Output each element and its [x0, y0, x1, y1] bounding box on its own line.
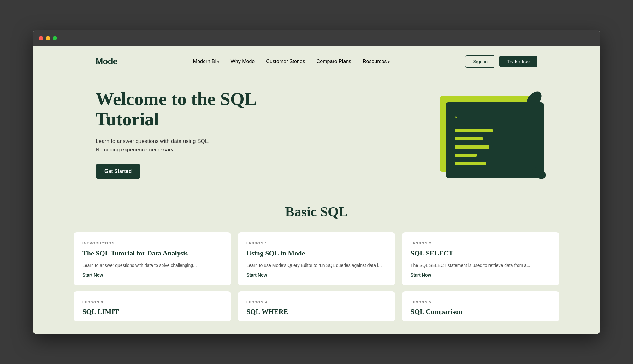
card-title-lesson3: SQL LIMIT	[82, 307, 222, 316]
nav-item-compare-plans[interactable]: Compare Plans	[316, 59, 351, 64]
card-title-lesson5: SQL Comparison	[411, 307, 551, 316]
card-label-lesson1: LESSON 1	[246, 241, 387, 245]
nav-item-why-mode[interactable]: Why Mode	[231, 59, 255, 64]
chart-bar-3	[455, 145, 489, 149]
code-illustration: *	[446, 102, 544, 178]
section-title: Basic SQL	[74, 204, 559, 220]
signin-button[interactable]: Sign in	[465, 55, 495, 68]
chart-bar-5	[455, 162, 486, 165]
card-desc-introduction: Learn to answer questions with data to s…	[82, 262, 222, 269]
leaf-icon-bottom	[531, 165, 547, 181]
nav-item-resources[interactable]: Resources	[363, 59, 390, 64]
svg-point-1	[531, 166, 547, 181]
browser-window: Mode Modern BI Why Mode Customer Stories…	[33, 30, 600, 334]
nav-actions: Sign in Try for free	[465, 55, 537, 68]
card-title-lesson4: SQL WHERE	[246, 307, 387, 316]
card-introduction: INTRODUCTION The SQL Tutorial for Data A…	[74, 232, 231, 285]
card-link-lesson2[interactable]: Start Now	[411, 273, 551, 278]
card-lesson4: LESSON 4 SQL WHERE	[238, 291, 395, 321]
lesson-cards-row1: INTRODUCTION The SQL Tutorial for Data A…	[74, 232, 559, 285]
hero-text: Welcome to the SQL Tutorial Learn to ans…	[96, 89, 266, 179]
card-label-lesson2: LESSON 2	[411, 241, 551, 245]
nav-links: Modern BI Why Mode Customer Stories Comp…	[193, 59, 390, 64]
section-title-container: Basic SQL	[74, 197, 559, 232]
card-lesson1: LESSON 1 Using SQL in Mode Learn to use …	[238, 232, 395, 285]
navbar: Mode Modern BI Why Mode Customer Stories…	[33, 46, 600, 76]
card-link-lesson1[interactable]: Start Now	[246, 273, 387, 278]
card-lesson5: LESSON 5 SQL Comparison	[402, 291, 559, 321]
card-desc-lesson2: The SQL SELECT statement is used to retr…	[411, 262, 551, 269]
hero-section: Welcome to the SQL Tutorial Learn to ans…	[33, 76, 600, 197]
chart-bar-4	[455, 154, 477, 157]
try-for-free-button[interactable]: Try for free	[499, 56, 537, 67]
card-lesson2: LESSON 2 SQL SELECT The SQL SELECT state…	[402, 232, 559, 285]
traffic-lights	[39, 36, 57, 40]
nav-item-customer-stories[interactable]: Customer Stories	[266, 59, 305, 64]
chart-bar-1	[455, 129, 493, 132]
get-started-button[interactable]: Get Started	[96, 164, 140, 179]
card-title-lesson1: Using SQL in Mode	[246, 249, 387, 258]
card-label-introduction: INTRODUCTION	[82, 241, 222, 245]
hero-subtitle: Learn to answer questions with data usin…	[96, 137, 266, 154]
card-label-lesson5: LESSON 5	[411, 300, 551, 304]
hero-title: Welcome to the SQL Tutorial	[96, 89, 266, 129]
hero-illustration: *	[440, 96, 537, 172]
chart-bar-2	[455, 137, 483, 140]
card-label-lesson3: LESSON 3	[82, 300, 222, 304]
traffic-light-green[interactable]	[53, 36, 57, 40]
card-title-introduction: The SQL Tutorial for Data Analysis	[82, 249, 222, 258]
traffic-light-red[interactable]	[39, 36, 43, 40]
card-lesson3: LESSON 3 SQL LIMIT	[74, 291, 231, 321]
card-link-introduction[interactable]: Start Now	[82, 273, 222, 278]
browser-content: Mode Modern BI Why Mode Customer Stories…	[33, 46, 600, 334]
logo[interactable]: Mode	[96, 56, 117, 67]
nav-item-modern-bi[interactable]: Modern BI	[193, 59, 219, 64]
card-desc-lesson1: Learn to use Mode's Query Editor to run …	[246, 262, 387, 269]
browser-toolbar	[33, 30, 600, 46]
traffic-light-yellow[interactable]	[46, 36, 50, 40]
card-label-lesson4: LESSON 4	[246, 300, 387, 304]
card-title-lesson2: SQL SELECT	[411, 249, 551, 258]
asterisk-icon: *	[455, 114, 458, 122]
lesson-cards-row2: LESSON 3 SQL LIMIT LESSON 4 SQL WHERE LE…	[74, 291, 559, 321]
basic-sql-section: Basic SQL INTRODUCTION The SQL Tutorial …	[33, 197, 600, 334]
